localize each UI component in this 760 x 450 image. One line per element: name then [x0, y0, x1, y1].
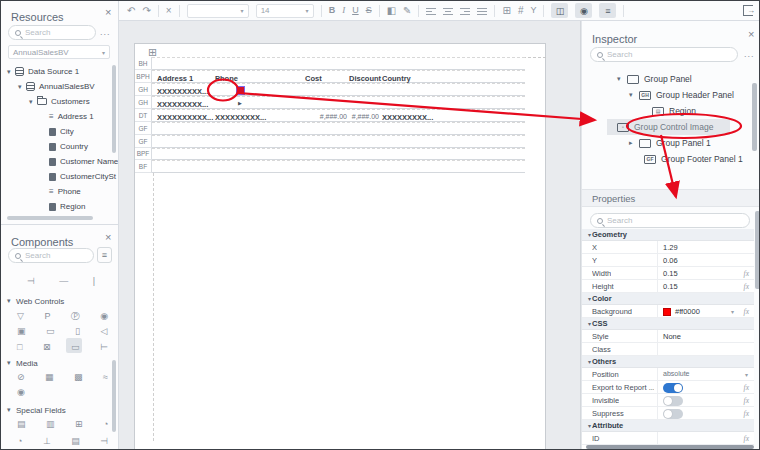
components-close-icon[interactable]: ×	[105, 231, 111, 243]
band-label-gf1[interactable]: GF	[135, 122, 152, 135]
suppress-toggle[interactable]	[663, 409, 683, 419]
special-fields-icon-row-2[interactable]: ◔ ⊥ ▤ ⊣ ▥	[17, 436, 119, 446]
web-controls-icon-row-2[interactable]: ▣ ▭ ▯ ◁ ⌂	[17, 326, 119, 336]
fx-button[interactable]: fx	[744, 307, 749, 316]
band-bph[interactable]: Address 1 Phone Cost Discount Country	[152, 70, 525, 83]
strikethrough-button[interactable]: S	[366, 6, 372, 15]
report-page[interactable]: ⊞ BH BPH GH GH DT GF GF BPF BF Address 1…	[134, 43, 546, 450]
fx-button[interactable]: fx	[744, 269, 749, 278]
resources-search[interactable]	[8, 25, 96, 40]
inspector-item-group-panel-1[interactable]: ▸Group Panel 1	[582, 135, 754, 151]
band-label-bf[interactable]: BF	[135, 160, 152, 173]
components-menu-icon[interactable]: ≡	[97, 247, 112, 263]
inspector-tree-scrollbar[interactable]	[752, 83, 757, 151]
section-attribute[interactable]: ▾Attribute	[582, 420, 754, 432]
section-media[interactable]: ▾Media	[7, 356, 38, 370]
inspector-search-input[interactable]	[607, 50, 731, 59]
merge-cells-icon[interactable]: ⊞	[502, 6, 510, 16]
group-header-field[interactable]: XXXXXXXXX...	[157, 100, 208, 109]
band-label-bh[interactable]: BH	[135, 57, 152, 70]
band-bf[interactable]	[152, 160, 525, 173]
band-label-dt[interactable]: DT	[135, 109, 152, 122]
section-css[interactable]: ▾CSS	[582, 318, 754, 330]
tree-item-data-source-1[interactable]: ▾Data Source 1	[5, 64, 111, 79]
inspector-item-group-panel[interactable]: ▾Group Panel	[582, 71, 754, 87]
export-to-report-toggle[interactable]	[663, 383, 683, 393]
align-center-icon[interactable]	[443, 7, 453, 15]
inspector-more-icon[interactable]: ...	[744, 49, 755, 59]
inspector-item-group-footer-panel-1[interactable]: GFGroup Footer Panel 1	[582, 151, 754, 167]
align-left-icon[interactable]	[426, 7, 436, 15]
band-dt[interactable]: XXXXXXXXXX... XXXXXXXXX... #,###.00 #,##…	[152, 109, 525, 122]
components-vertical-scrollbar[interactable]	[112, 360, 116, 432]
inspector-item-group-control-image[interactable]: ▫Group Control Image	[607, 119, 730, 135]
inspector-item-group-header-panel[interactable]: ▾GHGroup Header Panel	[582, 87, 754, 103]
band-bh[interactable]	[152, 57, 525, 70]
column-header[interactable]: Cost	[305, 74, 322, 83]
bold-button[interactable]: B	[329, 6, 336, 15]
fx-button[interactable]: fx	[744, 383, 749, 392]
align-right-icon[interactable]	[460, 7, 470, 15]
detail-field[interactable]: XXXXXXXXX...	[382, 113, 433, 122]
components-search[interactable]	[8, 248, 94, 263]
font-family-select[interactable]: ▾	[187, 4, 249, 18]
pen-color-icon[interactable]: ✎	[403, 6, 411, 16]
italic-button[interactable]: I	[342, 6, 345, 15]
grid-options-icon[interactable]: #	[518, 6, 524, 16]
inspector-close-icon[interactable]: ×	[748, 28, 754, 40]
properties-search[interactable]	[590, 213, 750, 228]
section-special-fields[interactable]: ▾Special Fields	[7, 403, 66, 417]
fx-button[interactable]: fx	[744, 396, 749, 405]
special-fields-icon-row-1[interactable]: ▤ ▥ ⊞ ◔ ⊡	[17, 419, 119, 429]
fx-button[interactable]: fx	[744, 434, 749, 443]
tree-item-city[interactable]: City	[5, 124, 111, 139]
underline-button[interactable]: U	[352, 6, 359, 15]
components-search-input[interactable]	[25, 251, 87, 260]
tree-item-annualsalesbv[interactable]: ▾AnnualSalesBV	[5, 79, 111, 94]
align-justify-icon[interactable]	[477, 7, 487, 15]
column-header[interactable]: Country	[382, 74, 411, 83]
properties-horizontal-scrollbar[interactable]	[586, 445, 754, 449]
tree-item-country[interactable]: Country	[5, 139, 111, 154]
inspector-item-region[interactable]: ▤Region	[582, 103, 754, 119]
band-gf2[interactable]	[152, 135, 525, 148]
group-control-image[interactable]	[236, 86, 245, 95]
column-header[interactable]: Discount	[349, 74, 381, 83]
redo-icon[interactable]: ↷	[142, 6, 150, 16]
tree-item-phone[interactable]: ≡Phone	[5, 184, 111, 199]
band-label-gh1[interactable]: GH	[135, 83, 152, 96]
component-palette-row[interactable]: ⊣ — |	[27, 276, 106, 286]
delete-icon[interactable]: ×	[166, 6, 172, 16]
toggle-components-panel-icon[interactable]: ◫	[551, 3, 568, 18]
band-label-bph[interactable]: BPH	[135, 70, 152, 83]
exit-designer-icon[interactable]	[743, 5, 753, 16]
media-icon-row-2[interactable]: ◉	[17, 387, 34, 397]
chevron-down-icon[interactable]: ▾	[745, 371, 748, 378]
properties-vertical-scrollbar[interactable]	[755, 211, 760, 289]
chevron-down-icon[interactable]: ▾	[731, 308, 734, 315]
toggle-preview-icon[interactable]: ◉	[575, 3, 592, 18]
section-others[interactable]: ▾Others	[582, 356, 754, 368]
column-header[interactable]: Address 1	[157, 74, 193, 83]
band-label-gh2[interactable]: GH	[135, 96, 152, 109]
detail-field[interactable]: #,###.00	[332, 113, 379, 120]
tree-item-customer-name[interactable]: Customer Name	[5, 154, 111, 169]
detail-field[interactable]: XXXXXXXXXX...	[157, 113, 213, 122]
invisible-toggle[interactable]	[663, 396, 683, 406]
resources-search-input[interactable]	[25, 28, 89, 37]
web-controls-icon-row-3[interactable]: □ ⊠ ▭ ⊢	[17, 342, 117, 352]
fx-button[interactable]: fx	[744, 282, 749, 291]
dataset-select[interactable]: AnnualSalesBV ▾	[8, 45, 110, 59]
band-label-bpf[interactable]: BPF	[135, 148, 152, 160]
section-geometry[interactable]: ▾Geometry	[582, 229, 754, 241]
filter-icon[interactable]: Y	[530, 6, 536, 15]
band-bpf[interactable]	[152, 148, 525, 160]
design-canvas[interactable]: ⊞ BH BPH GH GH DT GF GF BPF BF Address 1…	[119, 21, 581, 450]
font-size-select[interactable]: 14▾	[256, 4, 314, 18]
band-label-gf2[interactable]: GF	[135, 135, 152, 148]
properties-search-input[interactable]	[607, 216, 743, 225]
color-swatch[interactable]	[663, 308, 671, 316]
resources-more-icon[interactable]: ...	[100, 27, 111, 37]
detail-field[interactable]: XXXXXXXXX...	[215, 113, 266, 122]
band-gf1[interactable]	[152, 122, 525, 135]
